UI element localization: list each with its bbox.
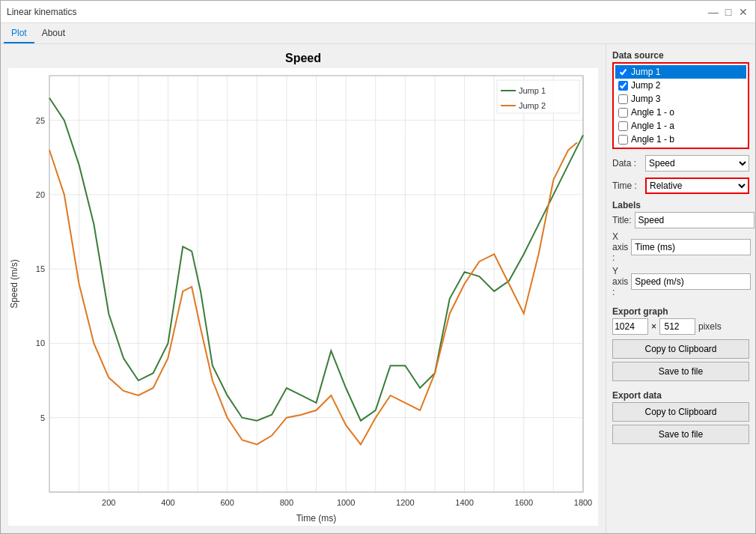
menu-item-about[interactable]: About [34, 23, 73, 43]
export-graph-label: Export graph [612, 306, 749, 317]
data-select[interactable]: Speed Acceleration Distance [645, 155, 749, 172]
ds-item-angle1o[interactable]: Angle 1 - o [615, 106, 746, 119]
labels-label: Labels [612, 200, 749, 210]
ds-checkbox-jump3[interactable] [618, 94, 628, 104]
pixels-label: pixels [698, 321, 722, 332]
chart-canvas [8, 68, 598, 526]
save-graph-button[interactable]: Save to file [612, 362, 749, 381]
ds-checkbox-angle1o[interactable] [618, 108, 628, 118]
data-source-label: Data source [612, 50, 749, 61]
ds-item-angle1b[interactable]: Angle 1 - b [615, 133, 746, 146]
title-input[interactable] [635, 212, 755, 228]
data-source-section: Data source Jump 1 Jump 2 Jump 3 [612, 50, 749, 149]
yaxis-input[interactable] [631, 273, 751, 290]
data-label: Data : [612, 158, 642, 169]
export-width-input[interactable] [612, 318, 648, 335]
ds-checkbox-jump1[interactable] [618, 67, 628, 77]
time-row: Time : Relative Absolute [612, 178, 749, 194]
ds-item-jump3[interactable]: Jump 3 [615, 92, 746, 106]
yaxis-field-label: Y axis : [612, 266, 628, 297]
title-row: Title: [612, 212, 749, 228]
copy-data-button[interactable]: Copy to Clipboard [612, 402, 749, 422]
labels-section: Labels Title: X axis : Y axis : [612, 200, 749, 300]
ds-item-angle1a[interactable]: Angle 1 - a [615, 119, 746, 133]
xaxis-input[interactable] [631, 239, 751, 255]
sidebar: Data source Jump 1 Jump 2 Jump 3 [606, 44, 755, 533]
menu-item-plot[interactable]: Plot [4, 23, 34, 43]
yaxis-row: Y axis : [612, 266, 749, 297]
main-window: Linear kinematics — □ ✕ Plot About Speed… [0, 0, 756, 534]
ds-checkbox-jump2[interactable] [618, 81, 628, 91]
ds-checkbox-angle1b[interactable] [618, 135, 628, 145]
minimize-button[interactable]: — [707, 6, 719, 18]
xaxis-field-label: X axis : [612, 231, 628, 263]
title-bar-controls: — □ ✕ [707, 6, 749, 18]
data-source-box: Jump 1 Jump 2 Jump 3 Angle 1 - o [612, 62, 749, 149]
pixel-row: × pixels [612, 318, 749, 335]
copy-graph-button[interactable]: Copy to Clipboard [612, 339, 749, 359]
export-graph-section: Export graph × pixels Copy to Clipboard … [612, 306, 749, 384]
time-select[interactable]: Relative Absolute [645, 178, 749, 194]
save-data-button[interactable]: Save to file [612, 425, 749, 444]
title-field-label: Title: [612, 215, 632, 225]
chart-wrapper [8, 68, 598, 528]
x-separator: × [651, 321, 656, 332]
time-label: Time : [612, 180, 642, 191]
export-height-input[interactable] [659, 318, 695, 335]
menu-bar: Plot About [1, 23, 755, 44]
ds-item-jump2[interactable]: Jump 2 [615, 79, 746, 92]
chart-area: Speed [1, 44, 606, 533]
xaxis-row: X axis : [612, 231, 749, 263]
window-title: Linear kinematics [7, 7, 76, 17]
content-area: Speed Data source Jump 1 Jump 2 [1, 44, 755, 533]
data-row: Data : Speed Acceleration Distance [612, 155, 749, 172]
export-data-label: Export data [612, 390, 749, 401]
ds-item-jump1[interactable]: Jump 1 [615, 65, 746, 79]
maximize-button[interactable]: □ [722, 6, 734, 18]
export-data-section: Export data Copy to Clipboard Save to fi… [612, 390, 749, 447]
chart-title: Speed [285, 52, 321, 65]
ds-checkbox-angle1a[interactable] [618, 121, 628, 131]
title-bar: Linear kinematics — □ ✕ [1, 1, 755, 23]
close-button[interactable]: ✕ [737, 6, 749, 18]
